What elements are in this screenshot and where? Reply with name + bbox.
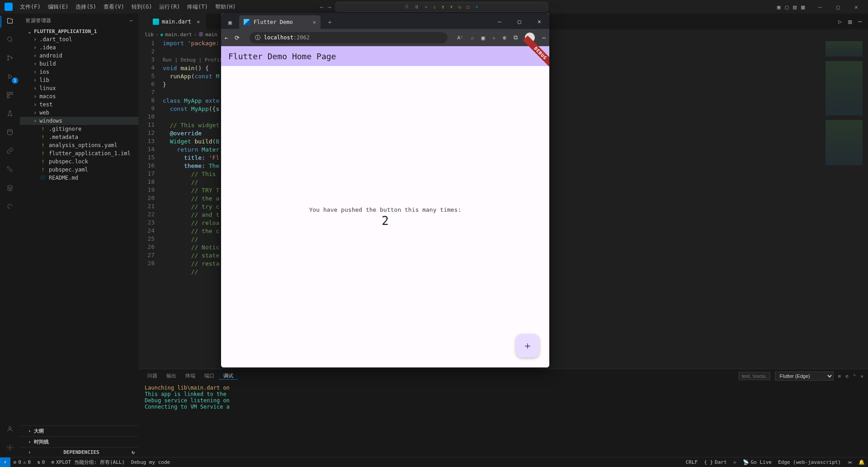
panel-tab[interactable]: 终端 [181, 372, 200, 380]
window-close-icon[interactable]: ✕ [847, 0, 865, 13]
new-tab-icon[interactable]: ＋ [323, 16, 336, 29]
debug-toolbar-icon[interactable]: ◻ [467, 4, 470, 10]
browser-back-icon[interactable]: ← [225, 34, 228, 41]
panel-tab[interactable]: 端口 [200, 372, 219, 380]
activity-explorer-icon[interactable] [6, 17, 14, 26]
debug-toolbar-icon[interactable]: ↑ [441, 4, 444, 10]
panel-tab[interactable]: 调试 [219, 372, 238, 380]
debug-toolbar-icon[interactable]: ↓ [433, 4, 436, 10]
file-node[interactable]: !pubspec.yaml [20, 166, 138, 174]
collections-icon[interactable]: ⊕ [503, 34, 506, 41]
panel-filter-input[interactable] [739, 372, 770, 380]
split-screen-icon[interactable]: ▣ [481, 34, 485, 41]
extensions-icon[interactable]: ⧉ [514, 34, 518, 41]
status-bell-icon[interactable]: 🔔 [855, 459, 868, 465]
dependencies-section[interactable]: DEPENDENCIES↻ [20, 447, 138, 457]
status-devtools-icon[interactable]: ⟐ [730, 459, 740, 465]
folder-node[interactable]: .idea [20, 43, 138, 52]
menu-item[interactable]: 运行(R) [156, 3, 184, 11]
activity-extensions-icon[interactable] [6, 91, 14, 100]
outline-section[interactable]: 大纲 [20, 425, 138, 436]
panel-maximize-icon[interactable]: ⌃ [853, 373, 856, 379]
menu-item[interactable]: 帮助(H) [212, 3, 240, 11]
panel-close-icon[interactable]: ✕ [860, 373, 863, 379]
nav-back-icon[interactable]: ← [320, 4, 324, 10]
layout-toggle-icon[interactable]: ▣ [777, 4, 781, 10]
debug-toolbar-icon[interactable]: ↷ [425, 4, 428, 10]
tab-actions-icon[interactable]: ▣ [224, 16, 236, 29]
layout-toggle-icon[interactable]: ▦ [801, 4, 805, 10]
folder-node[interactable]: windows [20, 117, 138, 125]
panel-tab[interactable]: 输出 [162, 372, 181, 380]
browser-maximize-icon[interactable]: ▢ [509, 14, 529, 29]
menu-item[interactable]: 编辑(E) [44, 3, 72, 11]
read-aloud-icon[interactable]: A⁾ [458, 35, 463, 41]
browser-close-icon[interactable]: ✕ [529, 14, 549, 29]
status-ports[interactable]: ⇅ 0 [34, 459, 48, 465]
minimap[interactable] [823, 39, 868, 369]
layout-toggle-icon[interactable]: ▤ [793, 4, 797, 10]
project-root[interactable]: FLUTTER_APPLICATION_1 [20, 28, 138, 35]
file-node[interactable]: !analysis_options.yaml [20, 141, 138, 149]
debug-toolbar-icon[interactable]: ⌕ [475, 4, 478, 10]
window-minimize-icon[interactable]: — [811, 0, 829, 13]
menu-item[interactable]: 终端(T) [184, 3, 212, 11]
status-golive[interactable]: 📡 Go Live [740, 459, 775, 465]
layout-toggle-icon[interactable]: ▢ [785, 4, 789, 10]
debug-toolbar-icon[interactable]: ⠿ [405, 4, 409, 10]
menu-item[interactable]: 查看(V) [100, 3, 128, 11]
debug-toolbar-icon[interactable]: ↻ [458, 4, 462, 10]
file-node[interactable]: !.metadata [20, 133, 138, 141]
file-node[interactable]: !.gitignore [20, 125, 138, 133]
more-icon[interactable]: ⋯ [130, 18, 133, 24]
activity-search-icon[interactable] [6, 36, 14, 44]
status-problems[interactable]: ⊘ 0 ⚠ 0 [10, 459, 34, 465]
command-center[interactable]: ⠿⏸↷↓↑⚡↻◻⌕ [335, 2, 548, 12]
folder-node[interactable]: linux [20, 84, 138, 92]
close-tab-icon[interactable]: ✕ [197, 19, 200, 25]
folder-node[interactable]: macos [20, 92, 138, 100]
status-debug-target[interactable]: Debug my code [128, 459, 173, 465]
activity-run-icon[interactable]: 1 [6, 73, 14, 81]
menu-item[interactable]: 转到(G) [128, 3, 156, 11]
folder-node[interactable]: lib [20, 76, 138, 84]
timeline-section[interactable]: 时间线 [20, 436, 138, 447]
status-device[interactable]: Edge (web-javascript) [775, 459, 844, 465]
favorite-icon[interactable]: ☆ [471, 34, 474, 41]
browser-minimize-icon[interactable]: — [490, 14, 509, 29]
folder-node[interactable]: .dart_tool [20, 35, 138, 43]
folder-node[interactable]: web [20, 109, 138, 117]
refresh-icon[interactable]: ↻ [132, 449, 135, 455]
activity-hydra-icon[interactable] [6, 203, 14, 211]
folder-node[interactable]: test [20, 100, 138, 109]
status-feedback-icon[interactable]: ⫘ [844, 459, 855, 465]
file-node[interactable]: ⓘREADME.md [20, 174, 138, 182]
folder-node[interactable]: ios [20, 68, 138, 76]
status-eol[interactable]: CRLF [683, 459, 701, 465]
close-browser-tab-icon[interactable]: ✕ [313, 19, 316, 25]
panel-output[interactable]: Launching lib\main.dart onThis app is li… [138, 383, 868, 457]
debug-toolbar-icon[interactable]: ⏸ [414, 4, 419, 10]
more-actions-icon[interactable]: ⋯ [858, 18, 862, 25]
panel-settings-icon[interactable]: ≡ [838, 373, 841, 379]
activity-database-icon[interactable] [6, 129, 14, 137]
activity-tag-icon[interactable] [6, 166, 14, 174]
split-editor-icon[interactable]: ▥ [848, 18, 852, 25]
file-node[interactable]: !flutter_application_1.iml [20, 149, 138, 157]
activity-settings-icon[interactable] [6, 444, 14, 453]
folder-node[interactable]: build [20, 60, 138, 68]
file-node[interactable]: !pubspec.lock [20, 157, 138, 166]
activity-link-icon[interactable] [6, 147, 14, 156]
activity-layers-icon[interactable] [6, 184, 14, 193]
address-bar[interactable]: ⓘ localhost:2062 [250, 32, 448, 43]
browser-tab[interactable]: Flutter Demo ✕ [239, 15, 321, 29]
activity-flask-icon[interactable] [6, 110, 14, 119]
window-maximize-icon[interactable]: ▢ [829, 0, 847, 13]
menu-item[interactable]: 选择(S) [72, 3, 100, 11]
debug-toolbar-icon[interactable]: ⚡ [450, 4, 453, 10]
browser-refresh-icon[interactable]: ⟳ [235, 34, 240, 41]
activity-scm-icon[interactable] [6, 54, 14, 63]
status-xplot[interactable]: ≡ XPLOT 当能分组: 所有(ALL) [48, 459, 128, 466]
browser-more-icon[interactable]: ⋯ [542, 34, 546, 41]
status-language[interactable]: { } Dart [701, 459, 730, 465]
